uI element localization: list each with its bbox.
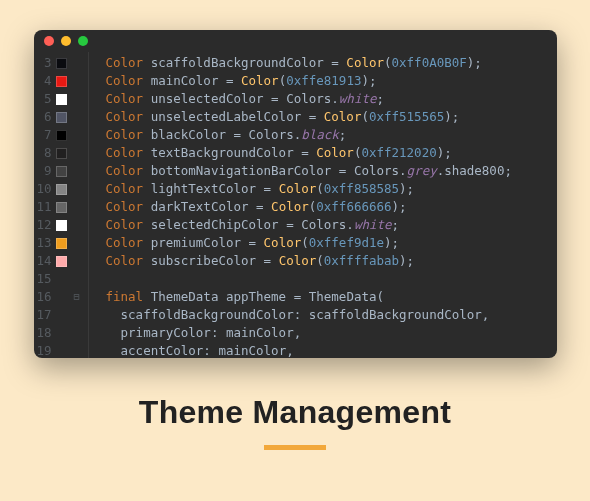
code-line: Color subscribeColor = Color(0xffffabab)…	[106, 252, 557, 270]
code-line: Color unselectedColor = Colors.white;	[106, 90, 557, 108]
indent-guide	[88, 52, 102, 358]
window-titlebar	[34, 30, 557, 52]
color-swatch-icon	[56, 130, 67, 141]
caption-underline	[264, 445, 326, 450]
code-area: 345678910111213141516171819 ⊟ Color scaf…	[34, 52, 557, 358]
color-swatch-gutter	[54, 52, 70, 358]
line-number: 14	[34, 252, 54, 270]
line-number: 11	[34, 198, 54, 216]
color-swatch-icon	[56, 58, 67, 69]
caption-title: Theme Management	[139, 394, 451, 431]
code-line: scaffoldBackgroundColor: scaffoldBackgro…	[106, 306, 557, 324]
color-swatch-icon	[56, 220, 67, 231]
line-number: 17	[34, 306, 54, 324]
caption-block: Theme Management	[139, 394, 451, 450]
line-number: 8	[34, 144, 54, 162]
code-line	[106, 270, 557, 288]
line-number: 16	[34, 288, 54, 306]
code-line: Color scaffoldBackgroundColor = Color(0x…	[106, 54, 557, 72]
line-number: 18	[34, 324, 54, 342]
line-number: 12	[34, 216, 54, 234]
code-line: accentColor: mainColor,	[106, 342, 557, 358]
line-number: 19	[34, 342, 54, 358]
code-line: Color darkTextColor = Color(0xff666666);	[106, 198, 557, 216]
maximize-icon[interactable]	[78, 36, 88, 46]
color-swatch-icon	[56, 148, 67, 159]
line-number: 6	[34, 108, 54, 126]
code-editor-window: 345678910111213141516171819 ⊟ Color scaf…	[34, 30, 557, 358]
color-swatch-icon	[56, 112, 67, 123]
fold-gutter: ⊟	[70, 52, 84, 358]
line-number: 7	[34, 126, 54, 144]
line-number-gutter: 345678910111213141516171819	[34, 52, 54, 358]
color-swatch-icon	[56, 202, 67, 213]
fold-toggle-icon[interactable]: ⊟	[70, 288, 84, 306]
line-number: 9	[34, 162, 54, 180]
code-line: Color bottomNavigationBarColor = Colors.…	[106, 162, 557, 180]
color-swatch-icon	[56, 94, 67, 105]
close-icon[interactable]	[44, 36, 54, 46]
color-swatch-icon	[56, 76, 67, 87]
code-line: Color premiumColor = Color(0xffef9d1e);	[106, 234, 557, 252]
code-line: final ThemeData appTheme = ThemeData(	[106, 288, 557, 306]
color-swatch-icon	[56, 166, 67, 177]
code-line: Color lightTextColor = Color(0xff858585)…	[106, 180, 557, 198]
code-line: Color textBackgroundColor = Color(0xff21…	[106, 144, 557, 162]
line-number: 13	[34, 234, 54, 252]
line-number: 5	[34, 90, 54, 108]
color-swatch-icon	[56, 256, 67, 267]
color-swatch-icon	[56, 238, 67, 249]
line-number: 10	[34, 180, 54, 198]
line-number: 3	[34, 54, 54, 72]
code-line: Color blackColor = Colors.black;	[106, 126, 557, 144]
code-line: Color selectedChipColor = Colors.white;	[106, 216, 557, 234]
code-line: Color mainColor = Color(0xffe81913);	[106, 72, 557, 90]
line-number: 4	[34, 72, 54, 90]
minimize-icon[interactable]	[61, 36, 71, 46]
line-number: 15	[34, 270, 54, 288]
code-content[interactable]: Color scaffoldBackgroundColor = Color(0x…	[102, 52, 557, 358]
code-line: Color unselectedLabelColor = Color(0xff5…	[106, 108, 557, 126]
code-line: primaryColor: mainColor,	[106, 324, 557, 342]
color-swatch-icon	[56, 184, 67, 195]
